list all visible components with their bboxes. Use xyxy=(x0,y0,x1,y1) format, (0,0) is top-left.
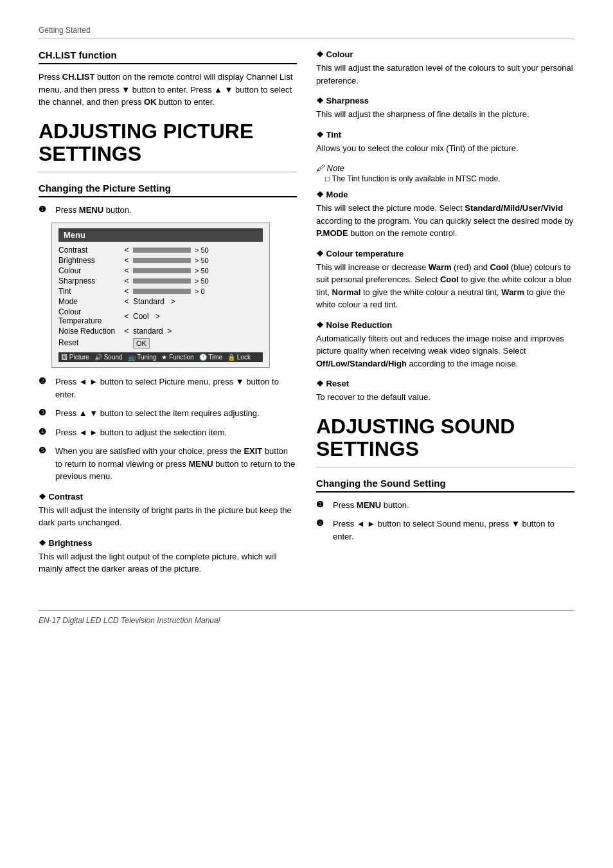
note-box: 🖊 Note The Tint function is only availab… xyxy=(316,163,574,183)
colour-section: ❖ Colour This will adjust the saturation… xyxy=(316,50,574,87)
brightness-section: ❖ Brightness This will adjust the light … xyxy=(39,538,297,575)
noise-reduction-body: Automatically filters out and reduces th… xyxy=(316,332,574,370)
brightness-body: This will adjust the light output of the… xyxy=(39,550,297,575)
colour-temperature-section: ❖ Colour temperature This will increase … xyxy=(316,249,574,311)
sound-step-2: ❷ Press ◄ ► button to select Sound menu,… xyxy=(316,518,574,543)
contrast-body: This will adjust the intensity of bright… xyxy=(39,504,297,529)
tint-title: ❖ Tint xyxy=(316,130,574,140)
step-5: ❺ When you are satisfied with your choic… xyxy=(39,445,297,483)
tint-body: Allows you to select the colour mix (Tin… xyxy=(316,142,574,155)
step-1: ❶ Press MENU button. xyxy=(39,204,297,217)
sound-step-text-2: Press ◄ ► button to select Sound menu, p… xyxy=(333,518,574,543)
sharpness-body: This will adjust the sharpness of fine d… xyxy=(316,108,574,121)
step-num-3: ❸ xyxy=(39,408,51,417)
step-3: ❸ Press ▲ ▼ button to select the item re… xyxy=(39,407,297,420)
step-num-1: ❶ xyxy=(39,204,51,214)
tint-section: ❖ Tint Allows you to select the colour m… xyxy=(316,130,574,155)
reset-body: To recover to the default value. xyxy=(316,391,574,404)
menu-row-contrast: Contrast < > 50 xyxy=(58,246,263,255)
adjusting-sound-title: ADJUSTING SOUND SETTINGS xyxy=(316,415,574,460)
step-num-4: ❹ xyxy=(39,427,51,437)
contrast-title: ❖ Contrast xyxy=(39,492,297,502)
step-text-2: Press ◄ ► button to select Picture menu,… xyxy=(55,375,297,401)
changing-picture-title: Changing the Picture Setting xyxy=(39,183,297,197)
menu-box: Menu Contrast < > 50 Brightness < > 50 C… xyxy=(51,222,270,368)
left-column: CH.LIST function Press CH.LIST button on… xyxy=(39,50,297,584)
menu-row-mode: Mode < Standard > xyxy=(58,297,263,306)
menu-row-tint: Tint < > 0 xyxy=(58,287,263,296)
step-num-2: ❷ xyxy=(39,376,51,386)
note-title: 🖊 Note xyxy=(316,163,574,173)
section-divider-sound xyxy=(316,467,574,467)
changing-sound-title: Changing the Sound Setting xyxy=(316,478,574,493)
ch-list-body: Press CH.LIST button on the remote contr… xyxy=(39,71,297,109)
noise-reduction-title: ❖ Noise Reduction xyxy=(316,320,574,330)
sound-step-num-1: ❶ xyxy=(316,500,329,509)
contrast-section: ❖ Contrast This will adjust the intensit… xyxy=(39,492,297,529)
mode-section: ❖ Mode This will select the picture mode… xyxy=(316,190,574,240)
menu-row-reset: Reset OK xyxy=(58,337,263,348)
step-text-3: Press ▲ ▼ button to select the item requ… xyxy=(55,407,260,420)
ch-list-title: CH.LIST function xyxy=(39,50,297,64)
step-4: ❹ Press ◄ ► button to adjust the selecti… xyxy=(39,426,297,439)
menu-row-colour: Colour < > 50 xyxy=(58,266,263,275)
note-item: The Tint function is only available in N… xyxy=(316,174,574,183)
menu-row-noise: Noise Reduction < standard > xyxy=(58,327,263,336)
colour-title: ❖ Colour xyxy=(316,50,574,59)
menu-footer: 🖼 Picture 🔊 Sound 📺 Tuning ★ Function 🕐 … xyxy=(58,352,263,362)
top-divider xyxy=(39,39,574,39)
step-2: ❷ Press ◄ ► button to select Picture men… xyxy=(39,375,297,401)
colour-body: This will adjust the saturation level of… xyxy=(316,62,574,87)
colour-temperature-body: This will increase or decrease Warm (red… xyxy=(316,261,574,311)
sound-step-num-2: ❷ xyxy=(316,518,329,528)
brightness-title: ❖ Brightness xyxy=(39,538,297,548)
colour-temperature-title: ❖ Colour temperature xyxy=(316,249,574,258)
step-text-1: Press MENU button. xyxy=(55,204,132,217)
right-column: ❖ Colour This will adjust the saturation… xyxy=(316,50,574,584)
footer: EN-17 Digital LED LCD Television Instruc… xyxy=(39,610,574,625)
adjusting-picture-title: ADJUSTING PICTURE SETTINGS xyxy=(39,120,297,165)
reset-section: ❖ Reset To recover to the default value. xyxy=(316,379,574,404)
sharpness-title: ❖ Sharpness xyxy=(316,96,574,105)
menu-title: Menu xyxy=(58,228,263,242)
step-text-4: Press ◄ ► button to adjust the selection… xyxy=(55,426,227,439)
mode-title: ❖ Mode xyxy=(316,190,574,199)
footer-text: EN-17 Digital LED LCD Television Instruc… xyxy=(39,616,220,625)
step-text-5: When you are satisfied with your choice,… xyxy=(55,445,297,483)
noise-reduction-section: ❖ Noise Reduction Automatically filters … xyxy=(316,320,574,370)
breadcrumb: Getting Started xyxy=(39,26,574,35)
section-divider-picture xyxy=(39,172,297,172)
sharpness-section: ❖ Sharpness This will adjust the sharpne… xyxy=(316,96,574,121)
mode-body: This will select the picture mode. Selec… xyxy=(316,202,574,240)
menu-row-sharpness: Sharpness < > 50 xyxy=(58,276,263,285)
sound-step-1: ❶ Press MENU button. xyxy=(316,499,574,512)
reset-title: ❖ Reset xyxy=(316,379,574,388)
changing-sound-section: Changing the Sound Setting ❶ Press MENU … xyxy=(316,478,574,543)
ch-list-section: CH.LIST function Press CH.LIST button on… xyxy=(39,50,297,109)
menu-row-brightness: Brightness < > 50 xyxy=(58,256,263,265)
sound-step-text-1: Press MENU button. xyxy=(333,499,409,512)
changing-picture-section: Changing the Picture Setting ❶ Press MEN… xyxy=(39,183,297,483)
step-num-5: ❺ xyxy=(39,446,51,455)
menu-row-colour-temp: Colour Temperature < Cool > xyxy=(58,307,263,325)
